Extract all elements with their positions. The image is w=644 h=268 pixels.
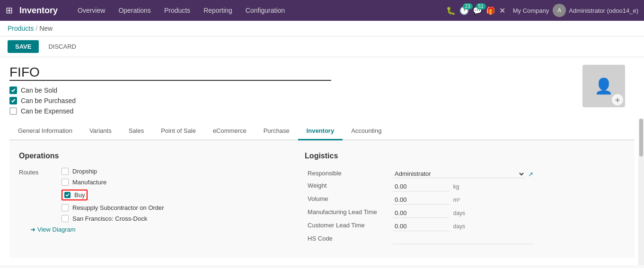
hs-code-input[interactable]: [393, 235, 535, 244]
responsible-value-row: Administrator ↗: [393, 170, 622, 178]
nav-products[interactable]: Products: [159, 4, 196, 17]
save-button[interactable]: SAVE: [8, 40, 39, 53]
chat-icon[interactable]: 💬 51: [473, 6, 482, 15]
routes-area: Routes Dropship Manufacture: [19, 168, 286, 222]
tab-purchase[interactable]: Purchase: [255, 122, 298, 140]
customer-lead-label: Customer Lead Time: [305, 220, 390, 233]
top-nav: Overview Operations Products Reporting C…: [72, 4, 441, 17]
operations-title: Operations: [19, 152, 286, 160]
mfg-lead-cell: days: [390, 207, 625, 220]
hs-code-row: HS Code: [305, 233, 625, 246]
resupply-checkbox[interactable]: [62, 204, 69, 211]
app-name: Inventory: [19, 6, 58, 16]
nav-configuration[interactable]: Configuration: [240, 4, 291, 17]
can-be-expensed-checkbox[interactable]: [9, 107, 17, 115]
gift-icon[interactable]: 🎁: [486, 6, 495, 15]
clock-badge: 23: [463, 3, 473, 9]
weight-input[interactable]: [393, 182, 450, 191]
company-label: My Company: [513, 7, 549, 14]
main-content: 👤 ＋ Can be Sold Can be Purchased: [0, 57, 644, 265]
operations-section: Operations Routes Dropship Manufacture: [19, 152, 286, 246]
route-dropship: Dropship: [62, 168, 164, 175]
breadcrumb-current: New: [39, 25, 53, 32]
tab-inventory[interactable]: Inventory: [298, 122, 343, 140]
bug-icon[interactable]: 🐛: [446, 6, 456, 15]
product-flags: Can be Sold Can be Purchased Can be Expe…: [9, 86, 635, 115]
tab-sales[interactable]: Sales: [120, 122, 153, 140]
volume-input[interactable]: [393, 195, 450, 205]
routes-label: Routes: [19, 168, 52, 222]
scroll-thumb[interactable]: [639, 119, 643, 156]
can-be-sold-checkbox[interactable]: [9, 86, 17, 94]
manufacture-checkbox[interactable]: [62, 179, 69, 186]
topbar-icons: 🐛 🕐 23 💬 51 🎁 ✕ My Company A Administrat…: [446, 4, 638, 17]
tabs-bar: General Information Variants Sales Point…: [9, 122, 635, 140]
tab-point-of-sale[interactable]: Point of Sale: [152, 122, 204, 140]
logistics-section: Logistics Responsible Administrator ↗: [305, 152, 625, 246]
crossdock-label: San Francisco: Cross-Dock: [72, 215, 147, 222]
hs-code-cell: [390, 233, 625, 246]
customer-lead-row: Customer Lead Time days: [305, 220, 625, 233]
dropship-checkbox[interactable]: [62, 168, 69, 175]
breadcrumb-products[interactable]: Products: [8, 25, 34, 32]
logistics-title: Logistics: [305, 152, 625, 160]
hs-code-label: HS Code: [305, 233, 390, 246]
clock-icon[interactable]: 🕐 23: [459, 6, 469, 15]
resupply-label: Resupply Subcontractor on Order: [72, 204, 164, 211]
route-manufacture: Manufacture: [62, 179, 164, 186]
mfg-lead-row: Manufacturing Lead Time days: [305, 207, 625, 220]
crossdock-checkbox[interactable]: [62, 215, 69, 222]
weight-unit: kg: [451, 183, 459, 190]
can-be-purchased-row: Can be Purchased: [9, 97, 635, 104]
breadcrumb-separator: /: [35, 25, 37, 32]
can-be-purchased-checkbox[interactable]: [9, 97, 17, 104]
responsible-select[interactable]: Administrator: [393, 170, 525, 178]
buy-checkbox[interactable]: [64, 192, 71, 198]
mfg-lead-unit: days: [451, 210, 465, 216]
action-bar: SAVE DISCARD: [0, 36, 644, 57]
logistics-table: Responsible Administrator ↗ Weight: [305, 168, 625, 246]
can-be-purchased-label: Can be Purchased: [21, 97, 76, 104]
app-grid-icon[interactable]: ⊞: [6, 5, 13, 16]
tab-accounting[interactable]: Accounting: [343, 122, 390, 140]
nav-operations[interactable]: Operations: [113, 4, 156, 17]
tab-ecommerce[interactable]: eCommerce: [204, 122, 255, 140]
buy-highlight-wrapper: Buy: [62, 190, 88, 200]
mfg-lead-input[interactable]: [393, 208, 450, 218]
can-be-expensed-row: Can be Expensed: [9, 107, 635, 115]
volume-row: Volume m³: [305, 193, 625, 207]
can-be-sold-row: Can be Sold: [9, 86, 635, 94]
external-link-icon[interactable]: ↗: [528, 171, 533, 178]
routes-checks: Dropship Manufacture: [62, 168, 164, 222]
product-name-input[interactable]: [9, 65, 331, 81]
volume-label: Volume: [305, 193, 390, 207]
settings-icon[interactable]: ✕: [499, 6, 505, 15]
user-label: Administrator (odoo14_e): [569, 7, 638, 14]
arrow-icon: ➜: [30, 226, 35, 233]
user-menu[interactable]: A Administrator (odoo14_e): [553, 4, 638, 17]
breadcrumb: Products / New: [0, 21, 644, 36]
inventory-tab-content: Operations Routes Dropship Manufacture: [9, 140, 635, 258]
mfg-lead-label: Manufacturing Lead Time: [305, 207, 390, 220]
volume-unit: m³: [451, 197, 460, 203]
buy-label: Buy: [74, 191, 85, 199]
nav-overview[interactable]: Overview: [72, 4, 111, 17]
route-buy: Buy: [62, 190, 164, 200]
customer-lead-input[interactable]: [393, 222, 450, 231]
route-crossdock: San Francisco: Cross-Dock: [62, 215, 164, 222]
add-image-button[interactable]: ＋: [612, 94, 623, 105]
volume-cell: m³: [390, 193, 625, 207]
discard-button[interactable]: DISCARD: [43, 40, 82, 53]
view-diagram-link[interactable]: ➜ View Diagram: [19, 226, 286, 233]
weight-cell: kg: [390, 180, 625, 193]
tab-variants[interactable]: Variants: [81, 122, 120, 140]
customer-lead-unit: days: [451, 223, 465, 230]
responsible-label: Responsible: [305, 168, 390, 180]
scrollbar[interactable]: [638, 119, 644, 265]
route-resupply: Resupply Subcontractor on Order: [62, 204, 164, 211]
manufacture-label: Manufacture: [72, 179, 106, 186]
nav-reporting[interactable]: Reporting: [198, 4, 238, 17]
tab-general-information[interactable]: General Information: [9, 122, 81, 140]
topbar: ⊞ Inventory Overview Operations Products…: [0, 0, 644, 21]
view-diagram-label: View Diagram: [37, 226, 76, 233]
